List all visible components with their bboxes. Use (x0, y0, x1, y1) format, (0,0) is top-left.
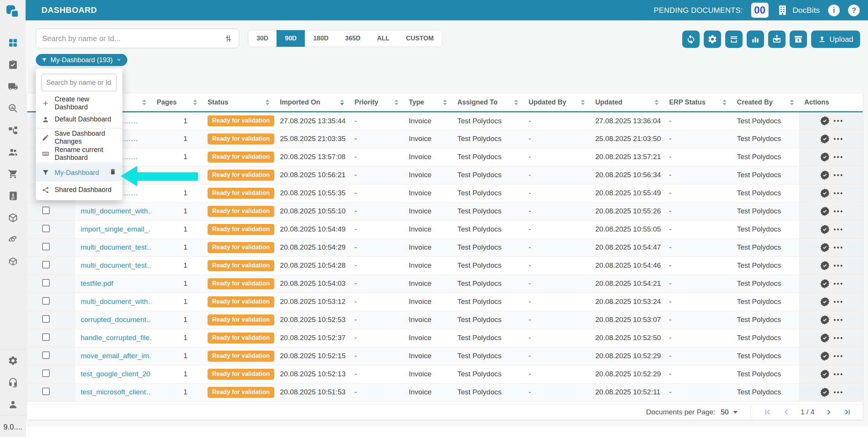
sort-icon[interactable] (723, 100, 726, 105)
sort-icon-active-desc[interactable] (340, 100, 344, 105)
per-page-caret-icon[interactable] (733, 411, 738, 414)
sort-icon[interactable] (394, 100, 398, 105)
range-90d-button[interactable]: 90D (277, 30, 305, 47)
sidebar-item-users[interactable] (0, 141, 26, 163)
range-180d-button[interactable]: 180D (305, 30, 337, 47)
sidebar-item-profile[interactable] (0, 393, 26, 415)
sort-icon[interactable] (514, 100, 518, 105)
sidebar-item-delivery[interactable] (0, 75, 26, 97)
sidebar-item-workflow[interactable] (0, 119, 26, 141)
header-updated[interactable]: Updated (590, 94, 664, 112)
validation-seal-icon[interactable] (820, 297, 830, 307)
archive-upload-button[interactable] (790, 31, 807, 48)
next-page-icon[interactable] (825, 408, 833, 416)
sidebar-item-tasks[interactable] (0, 54, 26, 75)
more-actions-icon[interactable] (834, 247, 842, 248)
validation-seal-icon[interactable] (820, 369, 830, 379)
pending-documents-count[interactable]: 00 (751, 3, 769, 18)
menu-item-create-dashboard[interactable]: Create new Dashboard (36, 95, 122, 111)
more-actions-icon[interactable] (834, 174, 842, 176)
sort-icon[interactable] (655, 100, 659, 105)
range-all-button[interactable]: ALL (369, 30, 398, 47)
document-link[interactable]: handle_corrupted_file… (81, 334, 151, 342)
validation-seal-icon[interactable] (820, 279, 830, 289)
more-actions-icon[interactable] (834, 337, 842, 339)
validation-seal-icon[interactable] (820, 134, 830, 144)
row-checkbox[interactable] (42, 225, 50, 232)
validation-seal-icon[interactable] (820, 387, 830, 397)
sort-icon[interactable] (581, 100, 585, 105)
validation-seal-icon[interactable] (820, 333, 830, 343)
docbits-logo[interactable] (5, 4, 20, 19)
validation-seal-icon[interactable] (820, 152, 830, 162)
row-checkbox[interactable] (42, 315, 50, 323)
row-checkbox[interactable] (42, 297, 50, 305)
more-actions-icon[interactable] (834, 301, 842, 303)
validation-seal-icon[interactable] (820, 261, 830, 271)
row-checkbox[interactable] (42, 351, 50, 359)
more-actions-icon[interactable] (834, 319, 842, 321)
row-checkbox[interactable] (42, 243, 50, 250)
sidebar-item-analytics[interactable] (0, 97, 26, 119)
row-checkbox[interactable] (42, 370, 50, 377)
validation-seal-icon[interactable] (820, 242, 830, 253)
row-checkbox[interactable] (42, 388, 50, 395)
dropdown-search-input[interactable] (41, 74, 117, 91)
document-link[interactable]: multi_document_test… (81, 261, 151, 269)
more-actions-icon[interactable] (834, 120, 842, 122)
range-365d-button[interactable]: 365D (337, 30, 369, 47)
document-link[interactable]: multi_document_test… (81, 243, 151, 251)
analytics-button[interactable] (747, 31, 764, 48)
more-actions-icon[interactable] (834, 138, 842, 140)
menu-item-default-dashboard[interactable]: Default Dashboard (36, 111, 122, 127)
last-page-icon[interactable] (843, 408, 851, 416)
row-checkbox[interactable] (42, 279, 50, 287)
header-updated-by[interactable]: Updated By (523, 94, 590, 112)
document-link[interactable]: move_email_after_im… (81, 352, 151, 360)
upload-button[interactable]: Upload (811, 31, 860, 48)
validation-seal-icon[interactable] (820, 315, 830, 325)
menu-item-rename-dashboard[interactable]: Rename current Dashboard (36, 146, 122, 162)
info-icon[interactable]: i (828, 5, 840, 16)
document-link[interactable]: import_single_email_… (81, 225, 151, 233)
per-page-value[interactable]: 50 (721, 408, 729, 416)
delete-dashboard-button[interactable] (109, 168, 116, 177)
validation-seal-icon[interactable] (820, 116, 830, 126)
document-link[interactable]: testfile.pdf (81, 279, 113, 287)
document-link[interactable]: multi_document_with… (81, 207, 151, 215)
sidebar-item-shipments[interactable] (0, 207, 26, 228)
validation-seal-icon[interactable] (820, 170, 830, 180)
header-pages[interactable]: Pages (151, 94, 202, 112)
search-input[interactable] (42, 34, 224, 43)
more-actions-icon[interactable] (834, 192, 842, 194)
header-status[interactable]: Status (202, 94, 275, 112)
validation-seal-icon[interactable] (820, 224, 830, 235)
document-link[interactable]: multi_document_with… (81, 297, 151, 305)
first-page-icon[interactable] (764, 408, 772, 416)
sort-icon[interactable] (193, 100, 197, 105)
row-checkbox[interactable] (42, 333, 50, 341)
sync-button[interactable] (682, 31, 700, 48)
more-actions-icon[interactable] (834, 156, 842, 158)
prev-page-icon[interactable] (782, 408, 790, 416)
sidebar-item-support[interactable] (0, 371, 26, 393)
sidebar-item-dashboard[interactable] (0, 32, 26, 54)
more-actions-icon[interactable] (834, 210, 842, 212)
header-created-by[interactable]: Created By (732, 94, 799, 112)
sidebar-item-invoices[interactable] (0, 185, 26, 207)
validation-seal-icon[interactable] (820, 188, 830, 198)
document-link[interactable]: corrupted_document… (81, 316, 151, 324)
sidebar-item-integrations[interactable] (0, 228, 26, 250)
menu-item-my-dashboard[interactable]: My-Dashboard (36, 164, 122, 182)
filter-tune-icon[interactable] (224, 34, 233, 43)
sort-icon[interactable] (443, 100, 447, 105)
more-actions-icon[interactable] (834, 373, 842, 375)
dashboard-selector-pill[interactable]: My-Dashboard (193) (36, 54, 127, 66)
validation-seal-icon[interactable] (820, 206, 830, 216)
row-checkbox[interactable] (42, 207, 50, 214)
range-custom-button[interactable]: CUSTOM (398, 30, 442, 47)
header-type[interactable]: Type (403, 94, 452, 112)
more-actions-icon[interactable] (834, 265, 842, 267)
mail-export-button[interactable] (768, 31, 785, 48)
header-erp-status[interactable]: ERP Status (664, 94, 732, 112)
